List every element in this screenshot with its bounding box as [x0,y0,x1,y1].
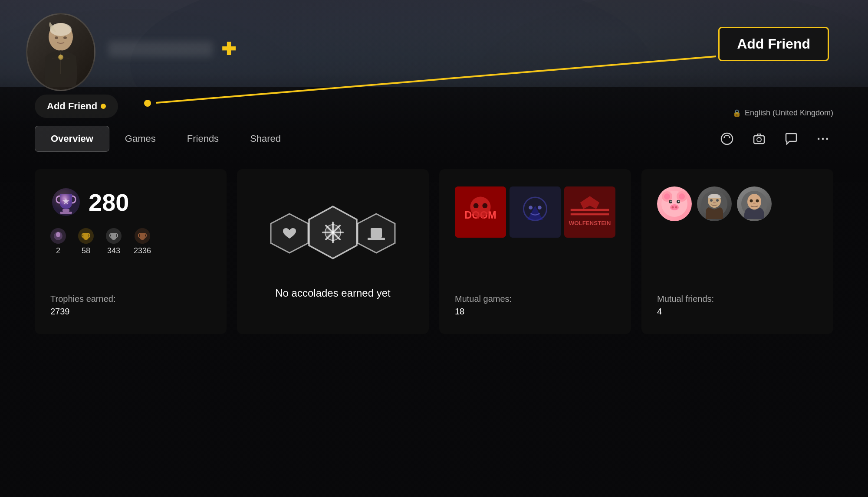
trophies-earned-label: Trophies earned: [50,294,211,304]
mutual-games-label: Mutual games: [455,294,615,304]
svg-rect-20 [60,212,72,214]
svg-point-57 [670,204,679,210]
svg-rect-44 [564,186,615,238]
star-accolade-icon [305,204,361,267]
svg-point-35 [470,197,490,217]
comment-nav-icon[interactable] [781,129,801,149]
accolades-icons [268,204,398,267]
mutual-friends-value: 4 [657,307,818,317]
tab-overview[interactable]: Overview [35,126,109,152]
svg-point-36 [473,203,479,208]
accolades-card[interactable]: No accolades earned yet [237,169,429,334]
accolades-no-label: No accolades earned yet [275,287,391,299]
svg-point-64 [713,202,716,203]
bronze-count: 2336 [134,228,151,255]
trophies-total-value: 2739 [50,307,211,317]
hat-accolade-icon [355,212,398,259]
friend-avatar-pig [657,186,692,221]
gold-count: 58 [78,228,94,255]
callout-label: Add Friend [737,36,810,52]
platinum-trophy-icon [50,186,82,218]
svg-point-68 [756,199,759,203]
more-nav-icon[interactable]: ··· [813,129,833,149]
svg-rect-45 [571,209,609,211]
nav-icons: ··· [717,129,833,149]
trophies-card[interactable]: 280 2 [35,169,227,334]
trophy-nav-icon[interactable] [717,129,737,149]
friend-avatar-man2 [737,186,772,221]
svg-point-22 [56,232,60,237]
trophies-card-footer: Trophies earned: 2739 [50,294,211,317]
tab-friends[interactable]: Friends [171,126,234,151]
games-thumbnails: DOOM [455,186,615,238]
bronze-count-label: 2336 [134,246,151,255]
mutual-games-value: 18 [455,307,615,317]
mutual-games-footer: Mutual games: 18 [455,294,615,317]
mutual-friends-footer: Mutual friends: 4 [657,294,818,317]
tab-games[interactable]: Games [109,126,171,151]
mutual-friends-card[interactable]: Mutual friends: 4 [641,169,833,334]
svg-point-59 [675,206,677,209]
svg-point-43 [538,206,542,209]
svg-point-63 [716,199,719,202]
svg-point-42 [529,206,533,209]
game-thumb-doom: DOOM [455,186,506,238]
username-blurred [108,41,213,57]
svg-point-11 [63,36,67,39]
svg-point-37 [482,203,487,208]
svg-rect-31 [371,228,382,238]
svg-rect-19 [62,209,69,212]
trophy-score-area: 280 [50,186,211,218]
tab-games-label: Games [125,133,156,144]
tab-friends-label: Friends [187,133,219,144]
friend-avatar-man1 [697,186,732,221]
mutual-friends-label: Mutual friends: [657,294,818,304]
svg-rect-39 [482,215,484,219]
game-thumb-dark [510,186,561,238]
svg-point-55 [671,201,672,202]
tab-overview-label: Overview [51,133,93,144]
gold-count-label: 58 [82,246,90,255]
platinum-count-label: 2 [56,246,60,255]
svg-point-69 [753,203,756,204]
svg-rect-16 [754,136,764,144]
svg-point-17 [757,137,761,142]
svg-text:WOLFENSTEIN: WOLFENSTEIN [569,220,611,226]
svg-rect-38 [477,215,479,219]
mutual-games-card[interactable]: DOOM [439,169,631,334]
trophy-total-score: 280 [89,188,129,216]
svg-point-58 [672,206,674,209]
add-friend-callout: Add Friend [718,27,829,61]
camera-nav-icon[interactable] [749,129,769,149]
psplus-icon: ✚ [221,39,236,59]
svg-rect-46 [571,213,609,215]
svg-point-56 [678,201,680,202]
accolades-footer: No accolades earned yet [275,287,391,299]
cards-grid: 280 2 [35,169,833,334]
svg-point-52 [679,193,685,199]
trophy-breakdown: 2 58 [50,228,211,255]
tab-shared-label: Shared [250,133,281,144]
profile-avatar [26,13,95,91]
platinum-count: 2 [50,228,66,255]
main-content: Overview Games Friends Shared [0,104,868,334]
nav-tabs: Overview Games Friends Shared [35,126,833,152]
silver-count: 343 [106,228,122,255]
tab-shared[interactable]: Shared [234,126,296,151]
svg-point-67 [750,199,753,203]
svg-rect-32 [368,238,385,240]
silver-count-label: 343 [107,246,120,255]
svg-point-15 [721,133,733,144]
game-thumb-wolfenstein: WOLFENSTEIN [564,186,615,238]
username-area: ✚ [108,39,236,59]
friends-avatars [657,186,818,221]
svg-point-62 [710,199,713,202]
svg-point-51 [664,193,670,199]
svg-point-10 [55,36,58,39]
